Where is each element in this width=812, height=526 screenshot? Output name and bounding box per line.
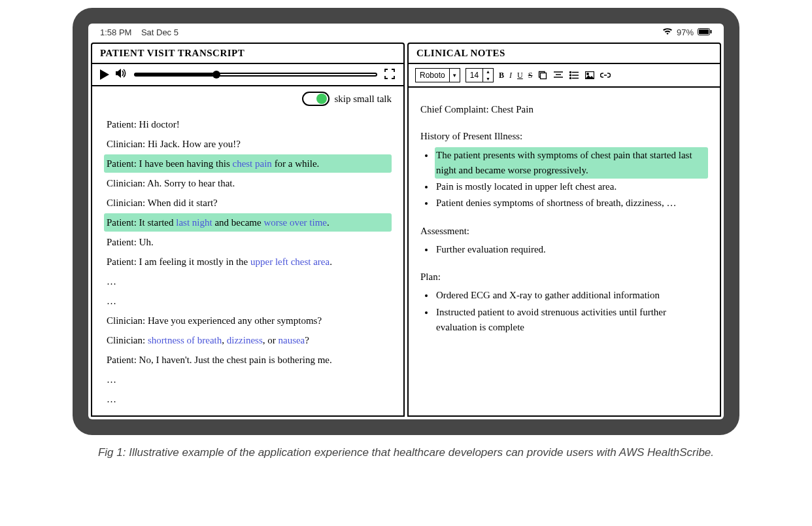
svg-rect-3 <box>541 73 547 79</box>
transcript-line: Clinician: Hi Jack. How are you!? <box>104 135 392 153</box>
underline-button[interactable]: U <box>517 71 523 80</box>
plan-list: Ordered ECG and X-ray to gather addition… <box>420 287 708 336</box>
font-size-stepper[interactable]: 14 ▲▼ <box>465 68 494 82</box>
audio-controls <box>92 64 403 86</box>
tablet-frame: 1:58 PM Sat Dec 5 97% PATIENT VISIT TRAN… <box>73 8 739 435</box>
hpi-item-highlighted[interactable]: The patient presents with symptoms of ch… <box>435 147 708 179</box>
transcript-panel: PATIENT VISIT TRANSCRIPT <box>91 43 405 417</box>
image-icon[interactable] <box>584 70 595 80</box>
plan-label: Plan: <box>420 270 708 285</box>
skip-small-talk-toggle[interactable] <box>302 92 330 106</box>
keyword-chest-pain: chest pain <box>232 158 271 169</box>
align-center-icon[interactable] <box>553 70 564 80</box>
status-date: Sat Dec 5 <box>141 27 178 37</box>
keyword-shortness-of-breath: shortness of breath <box>148 335 222 345</box>
plan-item: Ordered ECG and X-ray to gather addition… <box>435 287 708 304</box>
chief-complaint: Chief Complaint: Chest Pain <box>420 102 708 117</box>
skip-small-talk-label: skip small talk <box>335 94 392 105</box>
chevron-down-icon: ▼ <box>449 69 460 82</box>
screen: 1:58 PM Sat Dec 5 97% PATIENT VISIT TRAN… <box>88 24 724 419</box>
svg-rect-1 <box>699 29 709 34</box>
hpi-label: History of Present Illness: <box>420 129 708 144</box>
keyword-last-night: last night <box>176 217 212 228</box>
transcript-line: Patient: Hi doctor! <box>104 115 392 133</box>
keyword-upper-left-chest: upper left chest area <box>250 256 330 267</box>
font-select[interactable]: Roboto ▼ <box>415 68 460 82</box>
transcript-ellipsis: … <box>104 292 392 310</box>
svg-rect-2 <box>711 30 712 33</box>
wifi-icon <box>662 27 673 37</box>
status-left: 1:58 PM Sat Dec 5 <box>100 27 178 37</box>
svg-point-14 <box>587 73 589 75</box>
status-battery-pct: 97% <box>677 27 694 37</box>
figure-caption: Fig 1: Illustrative example of the appli… <box>73 444 739 461</box>
transcript-line: Patient: I am feeling it mostly in the u… <box>104 253 392 271</box>
notes-body[interactable]: Chief Complaint: Chest Pain History of P… <box>409 88 720 345</box>
transcript-line: Patient: No, I haven't. Just the chest p… <box>104 351 392 369</box>
font-size-value: 14 <box>466 69 482 82</box>
transcript-line: Patient: Uh. <box>104 233 392 251</box>
transcript-ellipsis: … <box>104 272 392 290</box>
panels-container: PATIENT VISIT TRANSCRIPT <box>88 40 724 419</box>
status-time: 1:58 PM <box>100 27 131 37</box>
transcript-line-highlighted[interactable]: Patient: It started last night and becam… <box>104 213 392 232</box>
keyword-nausea: nausea <box>278 335 305 345</box>
transcript-line: Clinician: Have you experienced any othe… <box>104 311 392 330</box>
italic-button[interactable]: I <box>509 71 512 80</box>
battery-icon <box>698 27 712 37</box>
stepper-arrows-icon: ▲▼ <box>482 69 493 82</box>
svg-point-9 <box>570 75 571 76</box>
transcript-line: Clinician: When did it start? <box>104 194 392 212</box>
play-button[interactable] <box>100 69 109 80</box>
transcript-ellipsis: … <box>104 390 392 408</box>
transcript-title: PATIENT VISIT TRANSCRIPT <box>92 44 403 64</box>
transcript-body: Patient: Hi doctor! Clinician: Hi Jack. … <box>92 111 403 415</box>
keyword-dizziness: dizziness <box>227 335 263 345</box>
fullscreen-icon[interactable] <box>384 69 396 80</box>
editor-toolbar: Roboto ▼ 14 ▲▼ B I U S <box>409 64 720 88</box>
skip-small-talk-row: skip small talk <box>92 86 403 111</box>
copy-icon[interactable] <box>537 70 548 80</box>
status-bar: 1:58 PM Sat Dec 5 97% <box>88 24 724 40</box>
transcript-ellipsis: … <box>104 370 392 389</box>
notes-panel: CLINICAL NOTES Roboto ▼ 14 ▲▼ B I U S <box>407 43 721 417</box>
assessment-label: Assessment: <box>420 224 708 239</box>
svg-point-7 <box>570 72 571 73</box>
hpi-item: Patient denies symptoms of shortness of … <box>435 195 708 211</box>
status-right: 97% <box>662 27 712 37</box>
hpi-list: The patient presents with symptoms of ch… <box>420 147 708 212</box>
font-select-value: Roboto <box>416 69 449 82</box>
strikethrough-button[interactable]: S <box>528 71 533 80</box>
assessment-item: Further evaluation required. <box>435 241 708 258</box>
assessment-list: Further evaluation required. <box>420 241 708 258</box>
notes-title: CLINICAL NOTES <box>409 44 720 64</box>
transcript-line: Clinician: shortness of breath, dizzines… <box>104 331 392 349</box>
audio-scrubber[interactable] <box>134 73 377 77</box>
transcript-line: Clinician: Ah. Sorry to hear that. <box>104 174 392 192</box>
list-icon[interactable] <box>569 70 579 80</box>
link-icon[interactable] <box>600 70 611 80</box>
bold-button[interactable]: B <box>499 71 504 80</box>
keyword-worse-over-time: worse over time <box>263 217 327 228</box>
transcript-line-highlighted[interactable]: Patient: I have been having this chest p… <box>104 154 392 173</box>
plan-item: Instructed patient to avoid strenuous ac… <box>435 304 708 336</box>
hpi-item: Pain is mostly located in upper left che… <box>435 179 708 195</box>
svg-point-11 <box>570 78 571 79</box>
volume-icon[interactable] <box>116 68 127 81</box>
